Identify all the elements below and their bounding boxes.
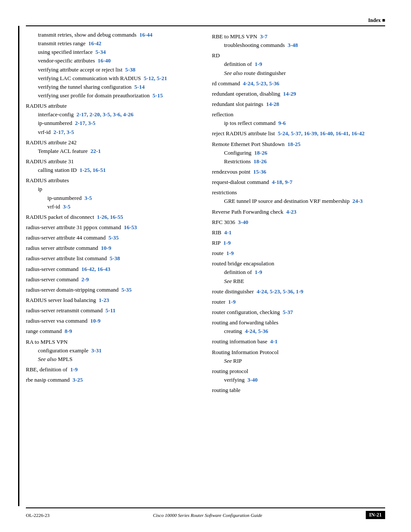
entry-link: 2-9 (81, 276, 89, 283)
list-item: RA to MPLS VPN (26, 338, 199, 346)
entry-text: redundant slot pairings (212, 101, 266, 107)
list-item: Template ACL feature 22-1 (26, 147, 199, 156)
see-also-label: See also (38, 356, 56, 362)
list-item: See also MPLS (26, 355, 199, 364)
entry-text: rd command (212, 80, 243, 87)
entry-link: 5-15 (153, 92, 163, 99)
entry-link: 14-28 (266, 101, 279, 107)
list-item: radius-server attribute 31 pppox command… (26, 223, 199, 232)
entry-text: radius-server domain-stripping command (26, 286, 121, 293)
list-item: radius-server retransmit command 5-11 (26, 306, 199, 315)
entry-text: RADIUS attribute 242 (26, 139, 77, 146)
entry-link: 8-9 (65, 328, 72, 334)
list-item: reflection (212, 110, 385, 119)
entry-text: RD (212, 52, 220, 59)
list-item: radius-server command 2-9 (26, 275, 199, 284)
footer-right: IN-21 (366, 511, 385, 519)
see-also-ref: route distinguisher (243, 70, 286, 76)
list-item: See RBE (212, 277, 385, 286)
entry-link: 4-1 (270, 338, 277, 345)
list-item: RIP 1-9 (212, 239, 385, 247)
entry-link: 9-6 (278, 120, 286, 126)
entry-link: 1-26, 16-55 (97, 214, 123, 220)
entry-text: radius-server attribute 44 command (26, 234, 109, 241)
list-item: RADIUS attribute 242 (26, 138, 199, 147)
entry-link: 5-11 (106, 307, 115, 314)
list-item: reject RADIUS attribute list 5-24, 5-37,… (212, 129, 385, 138)
list-item: ip-unnumbered 3-5 (26, 194, 199, 202)
entry-text: route distinguisher (212, 288, 257, 295)
list-item: routing protocol (212, 367, 385, 376)
list-item: verifying 3-40 (212, 376, 385, 384)
list-item: vrf-id 3-5 (26, 202, 199, 211)
list-item: radius-server attribute list command 5-3… (26, 254, 199, 263)
entry-text: verifying attribute accept or reject lis… (38, 66, 125, 73)
entry-text: using specified interface (38, 49, 96, 55)
list-item: Routing Information Protocol (212, 348, 385, 357)
list-item: rendezvous point 15-36 (212, 168, 385, 176)
list-item: RBE to MPLS VPN 3-7 (212, 32, 385, 41)
entry-link: 1-9 (70, 366, 78, 373)
entry-link: 4-18, 9-7 (272, 179, 293, 185)
entry-link: 3-5 (84, 195, 92, 201)
entry-text: GRE tunnel IP source and destination VRF… (224, 198, 352, 204)
entry-link: 5-12, 5-21 (144, 75, 167, 81)
entry-link: 4-23 (286, 208, 296, 215)
page: Index ■ transmit retries, show and debug… (0, 0, 411, 532)
list-item: verifying LAC communication with RADIUS … (26, 74, 199, 83)
list-item: transmit retries range 16-42 (26, 39, 199, 48)
list-item: RIB 4-1 (212, 228, 385, 237)
entry-link: 10-9 (101, 245, 111, 251)
entry-text: reflection (212, 111, 234, 118)
list-item: redundant slot pairings 14-28 (212, 100, 385, 109)
list-item: configuration example 3-31 (26, 346, 199, 355)
entry-text: request-dialout command (212, 179, 272, 185)
entry-link: 3-7 (260, 33, 267, 40)
entry-link: 14-29 (283, 90, 296, 97)
list-item: calling station ID 1-25, 16-51 (26, 166, 199, 174)
entry-link: 5-14 (134, 84, 145, 90)
entry-text: ip-unnumbered (47, 195, 84, 201)
list-item: Reverse Path Forwarding check 4-23 (212, 208, 385, 216)
header-indicator: ■ (382, 17, 385, 23)
left-column: transmit retries, show and debug command… (26, 31, 199, 395)
entry-link: 3-40 (247, 376, 258, 383)
list-item: Configuring 18-26 (212, 149, 385, 157)
entry-link: 1-9 (255, 61, 262, 67)
entry-link: 1-9 (228, 299, 236, 305)
entry-link: 18-26 (254, 158, 267, 165)
see-also-ref: MPLS (56, 356, 72, 362)
entry-link: 5-38 (125, 66, 136, 73)
entry-link: 4-1 (224, 229, 231, 236)
entry-text: radius-server command (26, 276, 81, 283)
list-item: definition of 1-9 (212, 268, 385, 277)
header-label: Index ■ (368, 17, 385, 24)
entry-text: RFC 3036 (212, 219, 238, 225)
list-item: using specified interface 5-34 (26, 48, 199, 56)
entry-text: radius-server attribute list command (26, 255, 110, 261)
entry-link: 16-44 (139, 31, 152, 38)
entry-text: Routing Information Protocol (212, 349, 279, 355)
list-item: radius-server vsa command 10-9 (26, 317, 199, 325)
entry-link: 18-26 (254, 149, 267, 156)
entry-text: radius-server command (26, 266, 81, 272)
entry-link: 24-3 (352, 198, 363, 204)
entry-link: 4-24, 5-23, 5-36 (243, 80, 280, 87)
entry-text: creating (224, 328, 245, 334)
see-also-label: See (224, 358, 232, 364)
list-item: ip-unnumbered 2-17, 3-5 (26, 119, 199, 128)
list-item: request-dialout command 4-18, 9-7 (212, 178, 385, 187)
entry-text: transmit retries range (38, 40, 88, 47)
entry-link: 1-23 (99, 297, 109, 303)
entry-link: 16-53 (124, 224, 137, 230)
list-item: troubleshooting commands 3-48 (212, 41, 385, 50)
entry-text: radius server attribute command (26, 245, 101, 251)
entry-text: definition of (224, 269, 255, 275)
list-item: RFC 3036 3-40 (212, 218, 385, 227)
entry-text: router (212, 299, 228, 305)
entry-link: 4-24, 5-36 (245, 328, 268, 334)
entry-text: routing protocol (212, 368, 248, 374)
list-item: vendor-specific attributes 16-40 (26, 56, 199, 65)
entry-text: RADIUS attribute 31 (26, 158, 74, 165)
entry-text: routed bridge encapsulation (212, 260, 274, 267)
